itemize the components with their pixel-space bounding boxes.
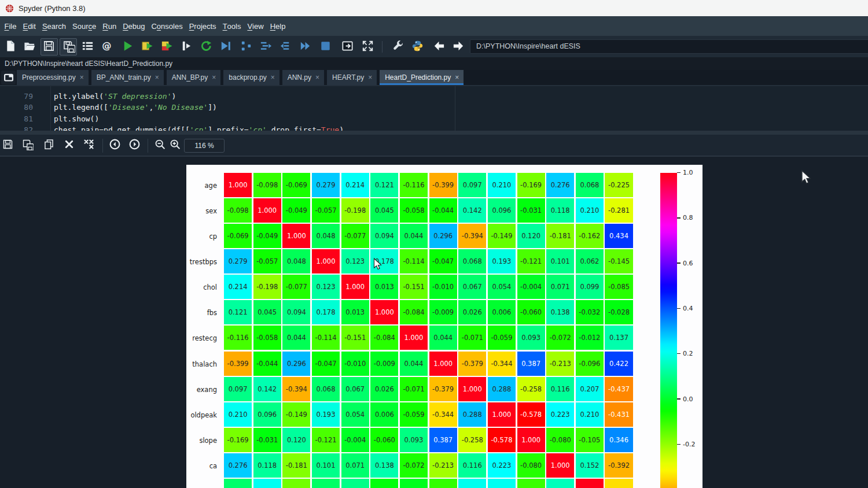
heatmap-cell-sex-sex: 1.000: [253, 198, 281, 223]
menu-projects[interactable]: Projects: [186, 16, 219, 36]
tab-close-icon[interactable]: ×: [80, 74, 84, 81]
working-directory-input[interactable]: D:\PYTHON\Inspire\heart dESIS: [470, 39, 868, 54]
zoom-in-button[interactable]: [167, 137, 183, 153]
save-plot-button[interactable]: [0, 137, 16, 153]
remove-plot-button[interactable]: [61, 137, 77, 153]
svg-text:@: @: [102, 40, 112, 51]
run-cell-advance-button[interactable]: [158, 38, 175, 56]
forward-button[interactable]: [450, 38, 468, 56]
heatmap-cell-cp-oldpeak: -0.149: [488, 224, 516, 248]
menu-consoles[interactable]: Consoles: [148, 16, 186, 36]
colorbar-tick-label: 0.0: [683, 396, 706, 402]
heatmap-cell-sex-fbs: 0.045: [370, 198, 398, 223]
menu-debug[interactable]: Debug: [120, 16, 148, 36]
save-all-plots-button[interactable]: [19, 137, 35, 153]
heatmap-cell-oldpeak-trestbps: 0.193: [312, 402, 340, 427]
heatmap-cell-cp-chol: -0.077: [341, 224, 369, 248]
tab-ann-bp-py[interactable]: ANN_BP.py×: [167, 70, 221, 85]
rerun-last-button[interactable]: [198, 38, 215, 56]
pane-splitter[interactable]: [0, 131, 868, 135]
code-editor[interactable]: 79plt.ylabel('ST depression')80plt.legen…: [0, 85, 868, 131]
run-file-button[interactable]: [119, 38, 136, 56]
heatmap-cell-exang-slope: -0.258: [517, 377, 545, 401]
heatmap-cell-thal-fbs: -0.032: [370, 479, 398, 488]
menu-tools[interactable]: Tools: [219, 16, 244, 36]
menu-run[interactable]: Run: [100, 16, 120, 36]
new-file-button[interactable]: [2, 38, 19, 56]
file-path-text: D:\PYTHON\Inspire\heart dESIS\HeartD_Pre…: [5, 60, 172, 68]
step-return-button[interactable]: [277, 38, 294, 56]
heatmap-cell-sex-thal: 0.210: [576, 198, 604, 223]
heatmap-cell-oldpeak-thal: 0.210: [576, 402, 604, 427]
tab-close-icon[interactable]: ×: [155, 74, 159, 81]
menu-source[interactable]: Source: [69, 16, 100, 36]
stop-icon: [319, 39, 332, 55]
remove-all-plots-button[interactable]: [80, 137, 97, 153]
heatmap-row-label: age: [183, 182, 217, 190]
heatmap-cell-chol-slope: -0.004: [517, 275, 545, 299]
heatmap-cell-slope-thalach: 0.387: [429, 428, 457, 452]
menu-file[interactable]: File: [1, 16, 20, 36]
heatmap-cell-slope-slope: 1.000: [517, 428, 545, 452]
run-selection-button[interactable]: [178, 38, 196, 56]
next-plot-button[interactable]: [126, 137, 142, 153]
heatmap-cell-thalach-fbs: -0.009: [370, 352, 398, 376]
menu-search[interactable]: Search: [39, 16, 69, 36]
stop-button[interactable]: [317, 38, 334, 56]
tab-close-icon[interactable]: ×: [455, 74, 459, 81]
tab-heartd-prediction-py[interactable]: HeartD_Prediction.py×: [380, 70, 464, 85]
heatmap-cell-oldpeak-chol: 0.054: [341, 402, 369, 427]
tab-preprocessing-py[interactable]: Preprocessing.py×: [17, 70, 89, 85]
heatmap-cell-age-age: 1.000: [224, 173, 252, 197]
heatmap-cell-age-exang: 0.097: [458, 173, 486, 197]
step-over-button[interactable]: [257, 38, 274, 56]
heatmap-cell-restecg-oldpeak: -0.059: [488, 326, 516, 350]
code-line-81: 81plt.show(): [0, 113, 810, 124]
heatmap-cell-thal-exang: 0.207: [458, 479, 486, 488]
heatmap-cell-restecg-exang: -0.071: [458, 326, 486, 350]
tab-ann-py[interactable]: ANN.py×: [282, 70, 324, 85]
main-toolbar: D:\PYTHON\Inspire\heart dESIS @: [0, 36, 868, 57]
menu-help[interactable]: Help: [267, 16, 289, 36]
maximize-pane-button[interactable]: [339, 38, 356, 56]
heatmap-cell-trestbps-thal: 0.062: [576, 249, 604, 273]
save-all-button[interactable]: [60, 38, 77, 56]
debug-cell-button[interactable]: [237, 38, 255, 56]
tab-bp-ann-train-py[interactable]: BP_ANN_train.py×: [91, 70, 164, 85]
tab-close-icon[interactable]: ×: [271, 74, 275, 81]
debug-file-button[interactable]: [217, 38, 234, 56]
heatmap-cell-ca-cp: -0.181: [282, 453, 310, 478]
tab-backprop-py[interactable]: backprop.py×: [223, 70, 279, 85]
menu-edit[interactable]: Edit: [20, 16, 39, 36]
heatmap-cell-chol-thalach: -0.010: [429, 275, 457, 299]
zoom-out-button[interactable]: [152, 137, 168, 153]
heatmap-cell-thalach-target: 0.422: [605, 352, 632, 376]
heatmap-cell-restecg-fbs: -0.084: [370, 326, 398, 350]
code-line-79: 79plt.ylabel('ST depression'): [0, 91, 810, 102]
preferences-button[interactable]: [389, 38, 407, 56]
fullscreen-button[interactable]: [359, 38, 376, 56]
outline-explorer-button[interactable]: [79, 38, 96, 56]
menu-view[interactable]: View: [244, 16, 267, 36]
copy-plot-button[interactable]: [41, 137, 57, 153]
plot-zoom-input[interactable]: 116 %: [184, 139, 225, 153]
tab-close-icon[interactable]: ×: [368, 74, 372, 81]
python-env-button[interactable]: [409, 38, 426, 56]
debug-continue-icon: [299, 39, 312, 55]
previous-plot-button[interactable]: [106, 137, 123, 153]
run-cell-button[interactable]: [138, 38, 156, 56]
fullscreen-icon: [361, 39, 374, 55]
back-button[interactable]: [431, 38, 448, 56]
maximize-pane-icon: [341, 39, 354, 55]
browse-tabs-button[interactable]: [1, 71, 16, 84]
heatmap-cell-chol-cp: -0.077: [282, 275, 310, 299]
heatmap-cell-restecg-chol: -0.151: [341, 326, 369, 350]
heatmap-cell-cp-thalach: 0.296: [429, 224, 457, 248]
debug-continue-button[interactable]: [297, 38, 314, 56]
save-file-button[interactable]: [41, 38, 58, 56]
tab-heart-py[interactable]: HEART.py×: [327, 70, 377, 85]
open-file-button[interactable]: [21, 38, 38, 56]
tab-close-icon[interactable]: ×: [315, 74, 319, 81]
tab-close-icon[interactable]: ×: [212, 74, 216, 81]
find-symbol-button[interactable]: @: [98, 38, 116, 56]
